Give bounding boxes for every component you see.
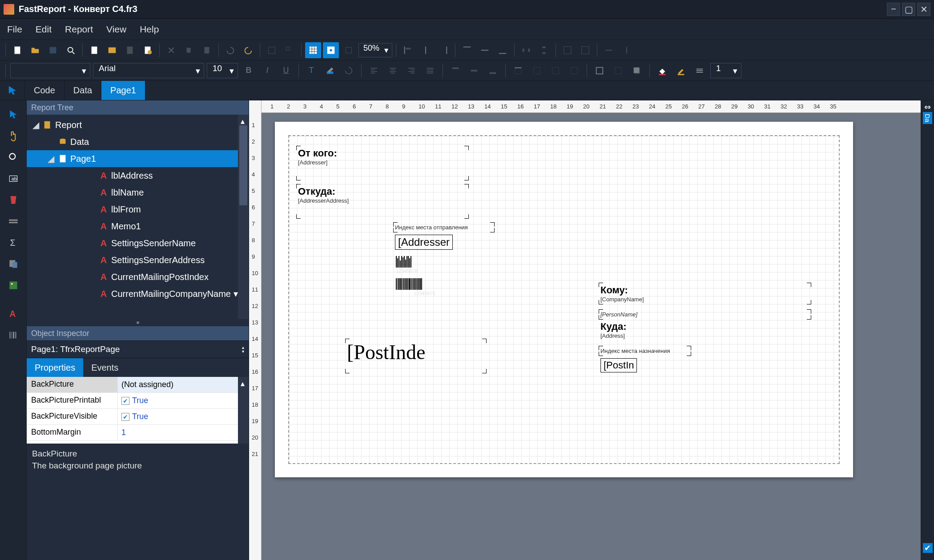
frame-width-select[interactable]: 1 <box>710 63 741 78</box>
memo-person[interactable]: [PersonName] <box>600 311 809 318</box>
new-dialog-icon[interactable] <box>104 42 120 58</box>
tree-scrollbar[interactable]: ▴ <box>238 115 249 319</box>
minimize-button[interactable]: − <box>887 3 900 16</box>
expand-icon[interactable]: ⇔ <box>924 102 931 112</box>
data-tab-collapsed[interactable]: Da <box>923 112 932 124</box>
align-top-icon[interactable] <box>459 42 475 58</box>
property-row[interactable]: BackPicturePrintabl ✔True <box>27 393 249 409</box>
memo-idx-send[interactable]: Индекс места отправления <box>395 224 493 231</box>
tab-data[interactable]: Data <box>64 81 101 100</box>
tab-code[interactable]: Code <box>25 81 64 100</box>
memo-dest[interactable]: Куда: [Address] <box>600 321 809 339</box>
text-justify-icon[interactable] <box>422 63 438 79</box>
underline-icon[interactable]: U <box>278 63 294 79</box>
font-size-select[interactable]: 10 <box>207 63 238 78</box>
highlight-icon[interactable] <box>322 63 338 79</box>
space-v-icon[interactable] <box>536 42 552 58</box>
splitter[interactable] <box>27 319 249 326</box>
undo-icon[interactable] <box>222 42 238 58</box>
memo-addresser-box[interactable]: [Addresser <box>395 235 453 250</box>
fit-icon[interactable] <box>341 42 357 58</box>
rotate-icon[interactable] <box>341 63 357 79</box>
show-grid-icon[interactable] <box>305 42 321 58</box>
text-right-icon[interactable] <box>403 63 419 79</box>
menu-edit[interactable]: Edit <box>36 24 52 35</box>
memo-postin-box[interactable]: [PostIn <box>600 358 637 372</box>
memo-to[interactable]: Кому: [CompanyName] <box>600 284 809 303</box>
pointer-icon[interactable] <box>3 106 24 124</box>
sigma-icon[interactable]: Σ <box>3 234 24 252</box>
tree-node-data[interactable]: Data <box>27 133 249 150</box>
align-center-h-icon[interactable] <box>418 42 434 58</box>
tab-events[interactable]: Events <box>83 358 126 377</box>
tree-node[interactable]: ASettingsSenderAddress <box>27 252 249 268</box>
font-color-icon[interactable]: T <box>303 63 319 79</box>
style-select[interactable] <box>10 63 90 78</box>
page-settings-icon[interactable] <box>140 42 156 58</box>
menu-view[interactable]: View <box>106 24 126 35</box>
center-band-h-icon[interactable] <box>560 42 576 58</box>
delete-page-icon[interactable] <box>122 42 138 58</box>
text-tool-icon[interactable]: ab <box>3 170 24 188</box>
align-right-icon[interactable] <box>435 42 451 58</box>
group-icon[interactable] <box>264 42 280 58</box>
barcode-2[interactable]: 12345678 <box>396 278 449 290</box>
ungroup-icon[interactable] <box>282 42 298 58</box>
memo-a-icon[interactable]: A <box>3 305 24 323</box>
frame-color-icon[interactable] <box>673 63 689 79</box>
frame-bottom-icon[interactable] <box>529 63 545 79</box>
same-width-icon[interactable] <box>601 42 617 58</box>
maximize-button[interactable]: ▢ <box>902 3 915 16</box>
snap-grid-icon[interactable] <box>323 42 339 58</box>
format-tool-icon[interactable] <box>3 191 24 209</box>
align-middle-icon[interactable] <box>477 42 493 58</box>
tree-node-report[interactable]: ◢Report <box>27 116 249 133</box>
menu-help[interactable]: Help <box>140 24 159 35</box>
frame-style-icon[interactable] <box>692 63 708 79</box>
tree-node[interactable]: ASettingsSenderName <box>27 235 249 252</box>
canvas[interactable]: От кого: [Addresser] Откуда: [AddresserA… <box>262 113 921 560</box>
report-page[interactable]: От кого: [Addresser] Откуда: [AddresserA… <box>275 122 853 477</box>
property-row[interactable]: BottomMargin 1 <box>27 425 249 441</box>
font-select[interactable]: Arial <box>93 63 204 78</box>
frame-top-icon[interactable] <box>510 63 526 79</box>
text-center-icon[interactable] <box>385 63 401 79</box>
barcode-1[interactable]: 12345678 <box>396 256 427 268</box>
align-left-icon[interactable] <box>400 42 416 58</box>
fill-color-icon[interactable] <box>654 63 670 79</box>
close-button[interactable]: ✕ <box>917 3 930 16</box>
space-h-icon[interactable] <box>518 42 534 58</box>
tree-node[interactable]: AlblFrom <box>27 201 249 218</box>
prop-scrollbar[interactable]: ▴ <box>238 377 249 444</box>
frame-all-icon[interactable] <box>592 63 608 79</box>
frame-shadow-icon[interactable] <box>629 63 645 79</box>
memo-postindex[interactable]: [PostInde <box>347 340 485 372</box>
tree-node[interactable]: AMemo1 <box>27 218 249 235</box>
subreport-icon[interactable] <box>3 255 24 273</box>
vertical-ruler[interactable]: 123456789101112131415161718192021 <box>249 113 262 560</box>
menu-file[interactable]: File <box>7 24 22 35</box>
redo-icon[interactable] <box>240 42 256 58</box>
frame-right-icon[interactable] <box>566 63 582 79</box>
text-bottom-icon[interactable] <box>485 63 501 79</box>
paste-icon[interactable] <box>199 42 215 58</box>
new-page-icon[interactable] <box>86 42 102 58</box>
property-grid[interactable]: BackPicture (Not assigned) BackPicturePr… <box>27 377 249 444</box>
tree-node[interactable]: AlblName <box>27 184 249 201</box>
tree-node[interactable]: ACurrentMailingPostIndex <box>27 268 249 285</box>
zoom-select[interactable]: 50% <box>358 43 392 57</box>
open-icon[interactable] <box>27 42 43 58</box>
select-tool[interactable] <box>0 81 25 100</box>
preview-icon[interactable] <box>63 42 79 58</box>
barcode-tool-icon[interactable] <box>3 326 24 344</box>
horizontal-ruler[interactable]: 1234567891011121314151617181920212223242… <box>262 100 921 113</box>
hand-icon[interactable] <box>3 127 24 145</box>
save-icon[interactable] <box>45 42 61 58</box>
center-band-v-icon[interactable] <box>577 42 593 58</box>
copy-icon[interactable] <box>181 42 197 58</box>
same-height-icon[interactable] <box>619 42 635 58</box>
memo-idx-dest[interactable]: Индекс места назначения <box>600 348 689 354</box>
memo-where-block[interactable]: Откуда: [AddresserAddress] <box>298 186 467 217</box>
bold-icon[interactable]: B <box>241 63 257 79</box>
tab-page1[interactable]: Page1 <box>101 81 145 100</box>
